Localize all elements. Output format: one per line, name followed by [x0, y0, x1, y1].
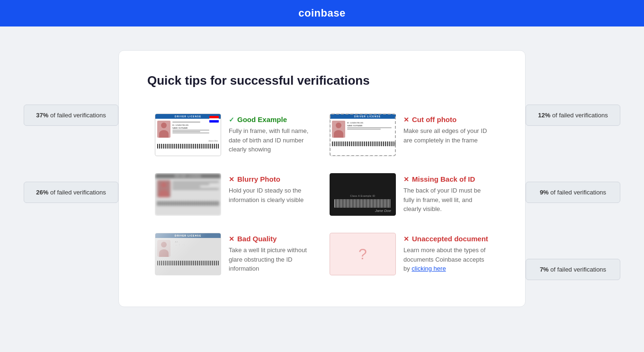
tip-good-example: DRIVER LICENSE ID: 123456789-005 NAME SU…	[147, 105, 322, 165]
tip-desc-cutoff: Make sure all edges of your ID are compl…	[403, 126, 489, 145]
tip-image-bad-quality: DRIVER LICENSE EXAMPLE ID: 123456789-005	[155, 233, 221, 275]
tip-bad-quality: DRIVER LICENSE EXAMPLE ID: 123456789-005	[147, 224, 322, 284]
tip-content-blurry: ✕ Blurry Photo Hold your ID steady so th…	[229, 173, 314, 204]
coinbase-logo: coinbase	[298, 7, 345, 19]
tip-title-good: ✓ Good Example	[229, 115, 314, 123]
tip-blurry: DRIVER LICENSE	[147, 165, 322, 224]
x-icon-cutoff: ✕	[403, 116, 409, 123]
clicking-here-link[interactable]: clicking here	[411, 265, 446, 272]
tip-content-cutoff: ✕ Cut off photo Make sure all edges of y…	[403, 114, 489, 145]
x-icon-bad-quality: ✕	[229, 235, 234, 243]
tip-desc-bad-quality: Take a well lit picture without glare ob…	[229, 246, 314, 273]
tip-title-cutoff: ✕ Cut off photo	[403, 115, 489, 123]
tip-cutoff: DRIVER LICENSE ID: 123456789-005 NAME SU…	[322, 105, 497, 165]
tip-image-unaccepted: ?	[330, 233, 396, 275]
page-title: Quick tips for successful verifications	[147, 73, 497, 88]
tip-content-bad-quality: ✕ Bad Quality Take a well lit picture wi…	[229, 233, 314, 273]
right-badge-2: 9% of failed verifications	[526, 182, 620, 203]
header: coinbase	[0, 0, 644, 26]
x-icon-unaccepted: ✕	[403, 235, 409, 243]
x-icon-back: ✕	[403, 176, 409, 183]
tip-missing-back: Class A Example ID Jane Doe ✕ Missing Ba…	[322, 165, 497, 224]
tip-desc-back: The back of your ID must be fully in fra…	[403, 186, 489, 214]
tip-content-good: ✓ Good Example Fully in frame, with full…	[229, 114, 314, 154]
tip-title-unaccepted: ✕ Unaccepted document	[403, 235, 489, 243]
check-icon: ✓	[229, 116, 234, 123]
tips-grid: DRIVER LICENSE ID: 123456789-005 NAME SU…	[147, 105, 497, 284]
left-badge-1: 37% of failed verifications	[24, 105, 118, 126]
right-badge-3: 7% of failed verifications	[526, 259, 620, 280]
tip-desc-unaccepted: Learn more about the types of documents …	[403, 246, 489, 273]
left-badge-2: 26% of failed verifications	[24, 182, 118, 203]
x-icon-blurry: ✕	[229, 176, 234, 183]
question-mark-icon: ?	[358, 246, 367, 263]
tip-image-blurry: DRIVER LICENSE	[155, 173, 221, 216]
tip-title-blurry: ✕ Blurry Photo	[229, 175, 314, 183]
tip-unaccepted: ? ✕ Unaccepted document Learn more about…	[322, 224, 497, 284]
tip-content-unaccepted: ✕ Unaccepted document Learn more about t…	[403, 233, 489, 273]
main-wrapper: 37% of failed verifications 26% of faile…	[0, 26, 644, 331]
tip-image-cutoff: DRIVER LICENSE ID: 123456789-005 NAME SU…	[330, 114, 396, 156]
tip-desc-good: Fully in frame, with full name, date of …	[229, 126, 314, 154]
tips-card: Quick tips for successful verifications …	[118, 50, 526, 307]
left-badges: 37% of failed verifications 26% of faile…	[24, 105, 118, 203]
tip-title-bad-quality: ✕ Bad Quality	[229, 235, 314, 243]
tip-image-good: DRIVER LICENSE ID: 123456789-005 NAME SU…	[155, 114, 221, 156]
right-badges: 12% of failed verifications 9% of failed…	[526, 105, 620, 280]
tip-content-back: ✕ Missing Back of ID The back of your ID…	[403, 173, 489, 214]
tip-image-back: Class A Example ID Jane Doe	[330, 173, 396, 216]
right-badge-1: 12% of failed verifications	[526, 105, 620, 126]
tip-desc-blurry: Hold your ID steady so the information i…	[229, 186, 314, 204]
tip-title-back: ✕ Missing Back of ID	[403, 175, 489, 183]
